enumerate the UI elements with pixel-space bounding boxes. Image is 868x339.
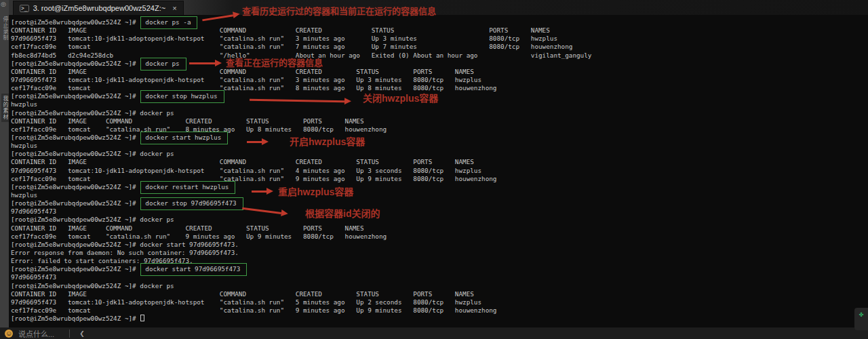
terminal-line: cef17facc09e tomcat "catalina.sh run" 9 …	[11, 306, 868, 315]
terminal-command-line: [root@iZm5e8wrubqdpew00wz524Z ~]# docker…	[11, 134, 868, 142]
shell-prompt: [root@iZm5e8wrubqdpew00wz524Z ~]#	[11, 150, 140, 157]
terminal-line: cef17facc09e tomcat "catalina.sh run" 9 …	[11, 233, 868, 241]
highlighted-command: docker restart hwzplus	[140, 181, 235, 194]
comment-input[interactable]: 说点什么...	[18, 328, 54, 339]
terminal-line: cef17facc09e tomcat "catalina.sh run" 8 …	[11, 125, 868, 134]
command-text: docker ps	[140, 282, 174, 290]
shell-prompt: [root@iZm5e8wrubqdpew00wz524Z ~]#	[11, 60, 140, 67]
terminal-line: hwzplus	[11, 142, 868, 150]
terminal-tab-bar: >_ 3. root@iZm5e8wrubqdpew00wz524Z:~ ×	[9, 0, 868, 15]
command-text: docker ps	[140, 109, 174, 117]
screen: ◎ 停止录制 我的素材 >_ 3. root@iZm5e8wrubqdpew00…	[0, 0, 868, 339]
terminal-command-line: [root@iZm5e8wrubqdpew00wz524Z ~]# docker…	[11, 265, 868, 273]
shell-prompt: [root@iZm5e8wrubqdpew00wz524Z ~]#	[11, 18, 140, 26]
terminal-line: 97d96695f473	[11, 207, 868, 216]
terminal-command-line: [root@iZm5e8wrubqdpew00wz524Z ~]# docker…	[11, 216, 868, 224]
collapse-chevron-icon[interactable]: ❮	[75, 330, 89, 337]
tab-close-icon[interactable]: ×	[172, 4, 176, 12]
shell-prompt: [root@iZm5e8wrubqdpew00wz524Z ~]#	[11, 265, 140, 273]
terminal-command-line: [root@iZm5e8wrubqdpew00wz524Z ~]#	[11, 315, 868, 323]
shell-prompt: [root@iZm5e8wrubqdpew00wz524Z ~]#	[11, 199, 140, 207]
terminal-command-line: [root@iZm5e8wrubqdpew00wz524Z ~]# docker…	[11, 60, 868, 68]
terminal-output-area[interactable]: [root@iZm5e8wrubqdpew00wz524Z ~]# docker…	[9, 15, 868, 327]
terminal-command-line: [root@iZm5e8wrubqdpew00wz524Z ~]# docker…	[11, 199, 868, 207]
shell-prompt: [root@iZm5e8wrubqdpew00wz524Z ~]#	[11, 241, 140, 248]
shell-prompt: [root@iZm5e8wrubqdpew00wz524Z ~]#	[11, 92, 140, 100]
shell-prompt: [root@iZm5e8wrubqdpew00wz524Z ~]#	[11, 183, 140, 191]
terminal-line: 97d96695f473	[11, 273, 868, 281]
shell-prompt: [root@iZm5e8wrubqdpew00wz524Z ~]#	[11, 134, 140, 141]
comment-bar: ☺ 说点什么... ❮	[0, 327, 868, 339]
terminal-command-line: [root@iZm5e8wrubqdpew00wz524Z ~]# docker…	[11, 282, 868, 290]
shell-prompt: [root@iZm5e8wrubqdpew00wz524Z ~]#	[11, 216, 140, 223]
recorder-label-assets[interactable]: 我的素材	[1, 94, 9, 122]
highlighted-command: docker stop 97d96695f473	[140, 197, 243, 210]
terminal-line: CONTAINER ID IMAGE COMMAND CREATED STATU…	[11, 26, 868, 35]
shell-prompt: [root@iZm5e8wrubqdpew00wz524Z ~]#	[11, 109, 140, 117]
terminal-line: CONTAINER ID IMAGE COMMAND CREATED STATU…	[11, 117, 868, 125]
command-text: docker ps	[140, 216, 174, 223]
terminal-line: 97d96695f473 tomcat:10-jdk11-adoptopenjd…	[11, 76, 868, 84]
widget-green-icon: ✤	[859, 311, 864, 330]
terminal-line: CONTAINER ID IMAGE COMMAND CREATED STATU…	[11, 158, 868, 166]
terminal-command-line: [root@iZm5e8wrubqdpew00wz524Z ~]# docker…	[11, 92, 868, 100]
terminal-line: Error response from daemon: No such cont…	[11, 249, 868, 257]
terminal-line: 97d96695f473 tomcat:10-jdk11-adoptopenjd…	[11, 167, 868, 175]
terminal-line: fb8ec8d74bd5 d2c94e258dcb "/hello" About…	[11, 52, 868, 60]
terminal-command-line: [root@iZm5e8wrubqdpew00wz524Z ~]# docker…	[11, 18, 868, 26]
highlighted-command: docker start hwzplus	[140, 132, 228, 144]
terminal-command-line: [root@iZm5e8wrubqdpew00wz524Z ~]# docker…	[11, 241, 868, 249]
terminal-prompt-icon: >_	[20, 5, 29, 12]
terminal-line: 97d96695f473 tomcat:10-jdk11-adoptopenjd…	[11, 35, 868, 43]
highlighted-command: docker start 97d96695f473	[140, 263, 247, 276]
terminal-line: cef17facc09e tomcat "catalina.sh run" 9 …	[11, 175, 868, 183]
terminal-command-line: [root@iZm5e8wrubqdpew00wz524Z ~]# docker…	[11, 150, 868, 158]
terminal-line: CONTAINER ID IMAGE COMMAND CREATED STATU…	[11, 68, 868, 76]
floating-widget[interactable]: ✤	[854, 308, 868, 330]
highlighted-command: docker stop hwzplus	[140, 90, 224, 103]
terminal-command-line: [root@iZm5e8wrubqdpew00wz524Z ~]# docker…	[11, 183, 868, 191]
command-text: docker ps	[140, 150, 174, 157]
terminal-line: 97d96695f473 tomcat:10-jdk11-adoptopenjd…	[11, 298, 868, 306]
terminal-line: hwzplus	[11, 191, 868, 199]
terminal-line: cef17facc09e tomcat "catalina.sh run" 8 …	[11, 84, 868, 92]
divider	[69, 330, 70, 338]
terminal-line: CONTAINER ID IMAGE COMMAND CREATED STATU…	[11, 290, 868, 298]
recorder-label-stop[interactable]: 停止录制	[1, 16, 9, 41]
session-tab[interactable]: >_ 3. root@iZm5e8wrubqdpew00wz524Z:~ ×	[13, 1, 184, 15]
recorder-icon[interactable]: ◎	[1, 1, 6, 7]
shell-prompt: [root@iZm5e8wrubqdpew00wz524Z ~]#	[11, 315, 140, 322]
terminal-cursor	[140, 315, 144, 321]
terminal-line: cef17facc09e tomcat "catalina.sh run" 7 …	[11, 43, 868, 51]
terminal-line: hwzplus	[11, 100, 868, 108]
terminal-command-line: [root@iZm5e8wrubqdpew00wz524Z ~]# docker…	[11, 109, 868, 117]
terminal-line: Error: failed to start containers: 97d96…	[11, 257, 868, 265]
screen-recorder-strip: ◎ 停止录制 我的素材	[0, 0, 9, 327]
command-text: docker start 97d96695f473.	[140, 241, 239, 248]
tab-title: 3. root@iZm5e8wrubqdpew00wz524Z:~	[33, 4, 166, 12]
terminal-line: CONTAINER ID IMAGE COMMAND CREATED STATU…	[11, 224, 868, 233]
emoji-icon[interactable]: ☺	[5, 330, 13, 338]
shell-prompt: [root@iZm5e8wrubqdpew00wz524Z ~]#	[11, 282, 140, 290]
